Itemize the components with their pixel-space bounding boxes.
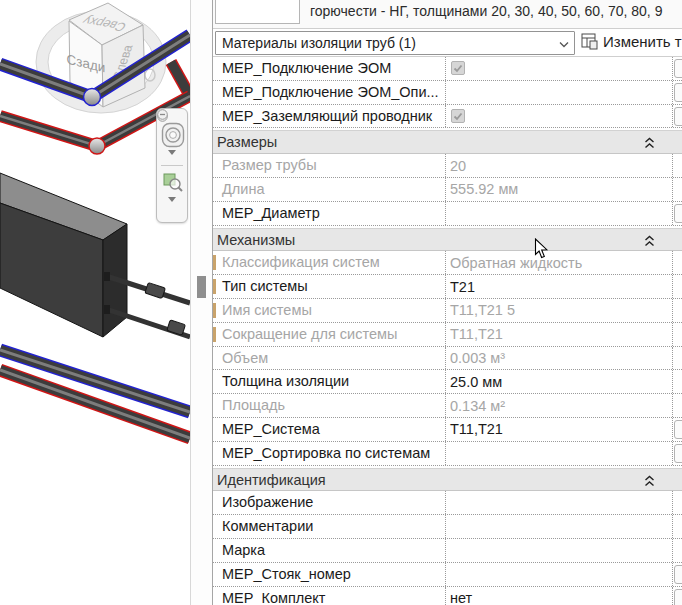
param-value-cell[interactable]: [445, 57, 672, 80]
property-row[interactable]: Площадь 0.134 м²: [213, 394, 682, 418]
more-button[interactable]: [674, 107, 682, 126]
property-row[interactable]: Имя системы Т11,Т21 5: [213, 299, 682, 323]
param-value: нет: [450, 590, 472, 605]
type-selector-combobox[interactable]: Материалы изоляции труб (1): [215, 31, 575, 55]
zoom-icon[interactable]: [162, 171, 184, 193]
param-name: Сокращение для системы: [213, 323, 445, 346]
param-name: Имя системы: [213, 299, 445, 322]
property-row[interactable]: МЕР_Подключение ЭОМ: [213, 57, 682, 81]
property-row[interactable]: МЕР_Заземляющий проводник: [213, 105, 682, 129]
collapse-section-icon[interactable]: [644, 473, 655, 491]
param-value: Т11,Т21: [450, 326, 503, 342]
param-value-cell[interactable]: [445, 202, 672, 225]
property-row[interactable]: МЕР_Диаметр: [213, 202, 682, 226]
row-tick: [213, 303, 216, 318]
property-row[interactable]: Длина 555.92 мм: [213, 178, 682, 202]
edit-type-button[interactable]: Изменить т: [581, 33, 682, 50]
checkbox[interactable]: [451, 109, 465, 123]
more-button[interactable]: [674, 589, 682, 605]
collapse-navbar-icon[interactable]: [157, 109, 168, 120]
param-value-cell[interactable]: [445, 515, 672, 538]
property-row[interactable]: МЕР_Сортировка по системам: [213, 442, 682, 466]
3d-viewport[interactable]: Сзади Сверху Слева: [0, 0, 190, 605]
property-row[interactable]: Размер трубы 20: [213, 154, 682, 178]
param-name: Марка: [213, 539, 445, 562]
param-value: Т11,Т21: [450, 421, 503, 437]
param-name: Длина: [213, 178, 445, 201]
more-button[interactable]: [674, 420, 682, 439]
param-value-cell[interactable]: [445, 81, 672, 104]
param-button-cell: [672, 105, 682, 128]
property-row[interactable]: Сокращение для системы Т11,Т21: [213, 323, 682, 347]
section-header[interactable]: Механизмы: [213, 228, 682, 252]
param-value-cell[interactable]: [445, 105, 672, 128]
property-row[interactable]: Толщина изоляции 25.0 мм: [213, 370, 682, 394]
property-row[interactable]: Комментарии: [213, 515, 682, 539]
param-value: 20: [450, 158, 466, 174]
section-header[interactable]: Размеры: [213, 130, 682, 154]
param-button-cell: [672, 394, 682, 417]
zoom-dropdown-arrow-icon[interactable]: [168, 197, 176, 202]
chevron-down-icon[interactable]: [554, 34, 574, 52]
param-name: МЕР_Подключение ЭОМ: [213, 57, 445, 80]
param-value-cell[interactable]: Обратная жидкость: [445, 251, 672, 274]
property-row[interactable]: Марка: [213, 539, 682, 563]
param-value-cell[interactable]: 555.92 мм: [445, 178, 672, 201]
param-value-cell[interactable]: [445, 563, 672, 586]
property-row[interactable]: Тип системы Т21: [213, 275, 682, 299]
param-name: Площадь: [213, 394, 445, 417]
param-value-cell[interactable]: 0.134 м²: [445, 394, 672, 417]
param-button-cell: [672, 275, 682, 298]
param-value-cell[interactable]: Т11,Т21: [445, 323, 672, 346]
property-row[interactable]: Классификация систем Обратная жидкость: [213, 251, 682, 275]
param-value: Т11,Т21 5: [450, 302, 515, 318]
3d-scene[interactable]: Сзади Сверху Слева: [0, 0, 190, 605]
param-name: Комментарии: [213, 515, 445, 538]
more-button[interactable]: [674, 83, 682, 102]
row-tick: [213, 255, 216, 270]
property-row[interactable]: Объем 0.003 м³: [213, 347, 682, 371]
property-row[interactable]: МЕР_Комплект нет: [213, 587, 682, 605]
more-button[interactable]: [674, 565, 682, 584]
param-button-cell: [672, 299, 682, 322]
property-row[interactable]: МЕР_Стояк_номер: [213, 563, 682, 587]
param-value-cell[interactable]: Т21: [445, 275, 672, 298]
collapse-section-icon[interactable]: [644, 233, 655, 251]
property-row[interactable]: Изображение: [213, 491, 682, 515]
section-title: Идентификация: [213, 469, 682, 491]
scrollbar-thumb[interactable]: [197, 276, 206, 298]
more-button[interactable]: [674, 59, 682, 78]
more-button[interactable]: [674, 204, 682, 223]
param-button-cell: [672, 370, 682, 393]
param-value-cell[interactable]: 25.0 мм: [445, 370, 672, 393]
steering-wheel-icon[interactable]: [161, 122, 185, 148]
pipe-elbow-fitting[interactable]: [84, 89, 101, 106]
param-value-cell[interactable]: [445, 539, 672, 562]
checkbox[interactable]: [451, 61, 465, 75]
wheel-dropdown-arrow-icon[interactable]: [168, 150, 176, 155]
navigation-bar[interactable]: [156, 108, 188, 223]
property-row[interactable]: МЕР_Система Т11,Т21: [213, 418, 682, 442]
panel-scrollbar[interactable]: [190, 0, 213, 605]
param-value-cell[interactable]: [445, 491, 672, 514]
param-name: МЕР_Диаметр: [213, 202, 445, 225]
param-name: МЕР_Сортировка по системам: [213, 442, 445, 465]
param-button-cell: [672, 57, 682, 80]
pipe-elbow-fitting[interactable]: [89, 138, 105, 154]
more-button[interactable]: [674, 444, 682, 463]
param-name: Тип системы: [213, 275, 445, 298]
param-name: МЕР_Заземляющий проводник: [213, 105, 445, 128]
collapse-section-icon[interactable]: [644, 135, 655, 153]
param-button-cell: [672, 323, 682, 346]
type-description: горючести - НГ, толщинами 20, 30, 40, 50…: [310, 3, 682, 19]
section-header[interactable]: Идентификация: [213, 468, 682, 492]
param-button-cell: [672, 587, 682, 605]
param-value-cell[interactable]: 20: [445, 154, 672, 177]
param-value-cell[interactable]: 0.003 м³: [445, 347, 672, 370]
param-value-cell[interactable]: Т11,Т21 5: [445, 299, 672, 322]
param-value: Обратная жидкость: [450, 255, 582, 271]
param-value-cell[interactable]: Т11,Т21: [445, 418, 672, 441]
param-value-cell[interactable]: [445, 442, 672, 465]
property-row[interactable]: МЕР_Подключение ЭОМ_Опи...: [213, 81, 682, 105]
param-value-cell[interactable]: нет: [445, 587, 672, 605]
